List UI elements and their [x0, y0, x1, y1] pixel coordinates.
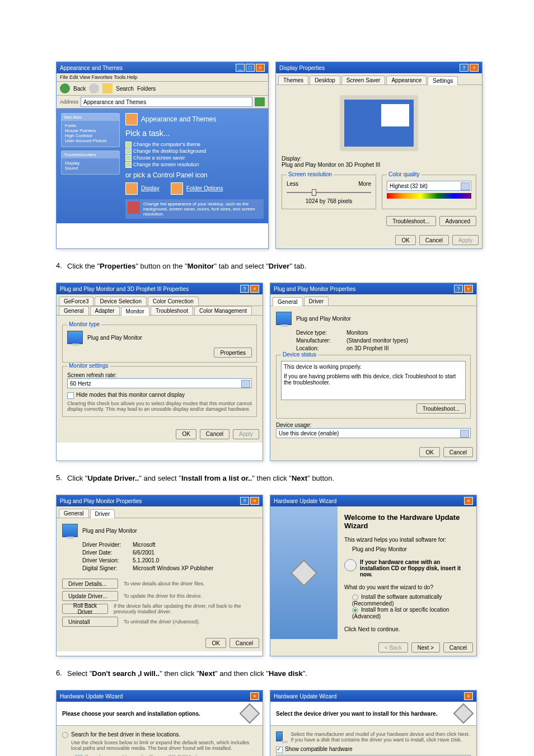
close-icon[interactable]: × — [470, 64, 479, 72]
window-title: Hardware Update Wizard — [274, 693, 336, 699]
advanced-button[interactable]: Advanced — [439, 216, 476, 226]
help-icon[interactable]: ? — [240, 285, 249, 293]
search-best-radio[interactable] — [62, 732, 68, 738]
wizard-sidebar-image — [270, 506, 338, 639]
rollback-driver-button[interactable]: Roll Back Driver — [62, 604, 108, 614]
sidebar-item[interactable]: Fonts — [65, 123, 116, 128]
driver-details-button[interactable]: Driver Details... — [62, 579, 118, 589]
chip-icon — [453, 703, 474, 724]
uninstall-button[interactable]: Uninstall — [62, 617, 118, 627]
close-icon[interactable]: × — [250, 692, 259, 700]
tab-adapter[interactable]: Adapter — [90, 306, 120, 315]
troubleshoot-button[interactable]: Troubleshoot... — [416, 403, 466, 414]
close-icon[interactable]: × — [464, 285, 473, 293]
tab-settings[interactable]: Settings — [428, 76, 458, 85]
window-title: Plug and Play Monitor Properties — [274, 286, 355, 292]
cp-icon-display[interactable]: Display — [125, 182, 160, 195]
task-link[interactable]: Change the computer's theme — [125, 141, 264, 148]
ok-button[interactable]: OK — [395, 235, 415, 245]
ok-button[interactable]: OK — [176, 429, 196, 439]
monitor-type-group: Monitor type — [67, 321, 101, 327]
resolution-slider[interactable] — [287, 187, 371, 198]
monitor-preview — [340, 95, 418, 151]
pick-task-heading: Pick a task... — [125, 129, 264, 138]
maximize-icon[interactable]: □ — [246, 64, 255, 72]
ok-button[interactable]: OK — [205, 638, 226, 648]
auto-install-radio[interactable] — [352, 594, 358, 600]
cancel-button[interactable]: Cancel — [419, 235, 449, 245]
task-link[interactable]: Change the screen resolution — [125, 161, 264, 168]
troubleshooters-header: Troubleshooters — [62, 151, 119, 158]
tab-troubleshoot[interactable]: Troubleshoot — [151, 306, 193, 315]
apply-button: Apply — [452, 235, 479, 245]
close-icon[interactable]: × — [256, 64, 265, 72]
tab-device-selection[interactable]: Device Selection — [95, 297, 146, 306]
window-title: Hardware Update Wizard — [60, 693, 123, 699]
monitor-type-value: Plug and Play Monitor — [87, 335, 142, 341]
ok-button[interactable]: OK — [419, 447, 439, 457]
tab-screensaver[interactable]: Screen Saver — [341, 76, 386, 84]
list-install-radio[interactable] — [352, 607, 358, 613]
close-icon[interactable]: × — [464, 497, 473, 505]
go-icon[interactable] — [255, 97, 265, 106]
tab-color-correction[interactable]: Color Correction — [148, 297, 199, 306]
troubleshooters-panel: Troubleshooters Display Sound — [61, 151, 120, 175]
tab-color-management[interactable]: Color Management — [194, 306, 252, 315]
wizard-options-window: Hardware Update Wizard× Please choose yo… — [56, 690, 263, 756]
tab-general[interactable]: General — [59, 306, 89, 315]
color-quality-select[interactable]: Highest (32 bit) — [387, 181, 471, 191]
troubleshoot-button[interactable]: Troubleshoot... — [386, 216, 435, 226]
chip-icon — [291, 560, 317, 586]
next-button[interactable]: Next > — [411, 642, 440, 652]
color-preview — [387, 193, 471, 199]
tab-geforce3[interactable]: GeForce3 — [59, 297, 93, 306]
tab-themes[interactable]: Themes — [278, 76, 308, 84]
menubar[interactable]: File Edit View Favorites Tools Help — [57, 73, 268, 82]
tab-monitor[interactable]: Monitor — [121, 307, 149, 316]
cancel-button[interactable]: Cancel — [443, 642, 473, 652]
sidebar-item[interactable]: Display — [65, 161, 116, 166]
help-icon[interactable]: ? — [454, 285, 463, 293]
close-icon[interactable]: × — [250, 497, 259, 505]
task-link[interactable]: Choose a screen saver — [125, 154, 264, 161]
help-icon[interactable]: ? — [240, 497, 249, 505]
cancel-button[interactable]: Cancel — [443, 447, 473, 457]
task-link[interactable]: Change the desktop background — [125, 148, 264, 154]
titlebar: Appearance and Themes _ □ × — [57, 62, 268, 73]
cp-icon-folder-options[interactable]: Folder Options — [171, 182, 223, 195]
tab-driver[interactable]: Driver — [90, 509, 115, 518]
back-icon[interactable] — [60, 83, 70, 93]
device-usage-select[interactable]: Use this device (enable) — [276, 428, 471, 438]
sidebar-item[interactable]: Sound — [65, 166, 116, 171]
cancel-button[interactable]: Cancel — [200, 429, 229, 439]
address-field[interactable]: Appearance and Themes — [81, 97, 252, 107]
hide-modes-checkbox[interactable] — [67, 392, 74, 399]
show-compatible-checkbox[interactable] — [276, 746, 283, 753]
display-value: Plug and Play Monitor on 3D Prophet III — [282, 162, 476, 168]
update-driver-button[interactable]: Update Driver... — [62, 591, 118, 601]
sidebar-item[interactable]: Mouse Pointers — [65, 128, 116, 133]
window-title: Plug and Play Monitor and 3D Prophet III… — [60, 286, 189, 292]
folders-label[interactable]: Folders — [137, 86, 156, 92]
minimize-icon[interactable]: _ — [236, 64, 245, 72]
forward-icon[interactable] — [89, 83, 99, 93]
tab-desktop[interactable]: Desktop — [310, 76, 340, 84]
cancel-button[interactable]: Cancel — [229, 638, 259, 648]
search-label[interactable]: Search — [116, 86, 134, 92]
tab-general[interactable]: General — [59, 509, 89, 518]
up-icon[interactable] — [102, 83, 113, 93]
tab-driver[interactable]: Driver — [304, 297, 329, 306]
tab-general[interactable]: General — [273, 297, 303, 306]
close-icon[interactable]: × — [250, 285, 259, 293]
device-name: Plug and Play Monitor — [344, 546, 470, 552]
sidebar-item[interactable]: High Contrast — [65, 133, 116, 138]
tab-appearance[interactable]: Appearance — [386, 76, 427, 84]
properties-button[interactable]: Properties — [214, 348, 252, 358]
help-icon[interactable]: ? — [460, 64, 469, 72]
window-title: Hardware Update Wizard — [274, 498, 336, 504]
step-4: 4. Click the "Properties" button on the … — [56, 261, 495, 271]
close-icon[interactable]: × — [464, 692, 473, 700]
sidebar-item[interactable]: User Account Picture — [65, 138, 116, 143]
refresh-rate-select[interactable]: 60 Hertz — [67, 378, 252, 388]
wizard-heading: Select the device driver you want to ins… — [276, 711, 437, 717]
